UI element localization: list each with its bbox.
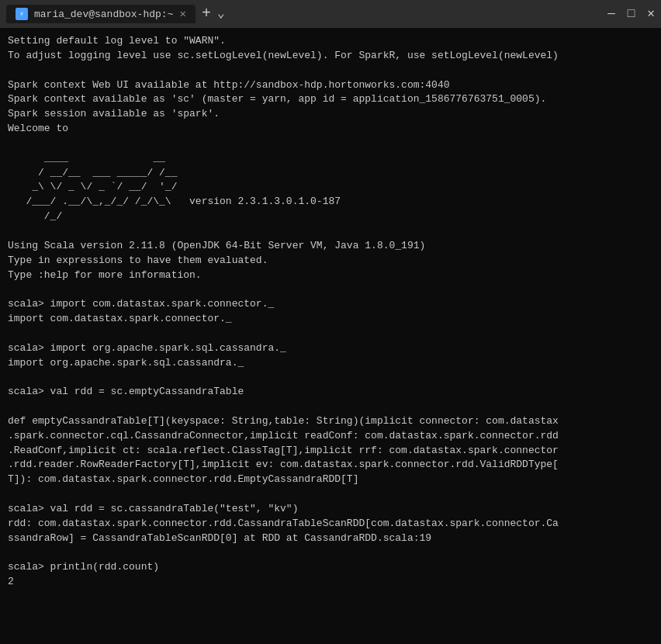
active-tab[interactable]: ⚡ maria_dev@sandbox-hdp:~ ✕ xyxy=(6,5,196,23)
window-close-button[interactable]: ✕ xyxy=(647,8,655,20)
tab-title: maria_dev@sandbox-hdp:~ xyxy=(34,9,173,20)
app-window: ⚡ maria_dev@sandbox-hdp:~ ✕ + ⌄ — □ ✕ Se… xyxy=(0,0,661,644)
tab-chevron[interactable]: ⌄ xyxy=(217,8,225,20)
window-controls: — □ ✕ xyxy=(607,8,655,20)
title-bar: ⚡ maria_dev@sandbox-hdp:~ ✕ + ⌄ — □ ✕ xyxy=(0,0,661,28)
tab-close-button[interactable]: ✕ xyxy=(179,9,185,19)
tab-icon: ⚡ xyxy=(16,8,28,20)
terminal-output[interactable]: Setting default log level to "WARN". To … xyxy=(0,28,661,644)
maximize-button[interactable]: □ xyxy=(628,8,635,20)
minimize-button[interactable]: — xyxy=(607,8,615,20)
new-tab-button[interactable]: + xyxy=(202,6,211,22)
